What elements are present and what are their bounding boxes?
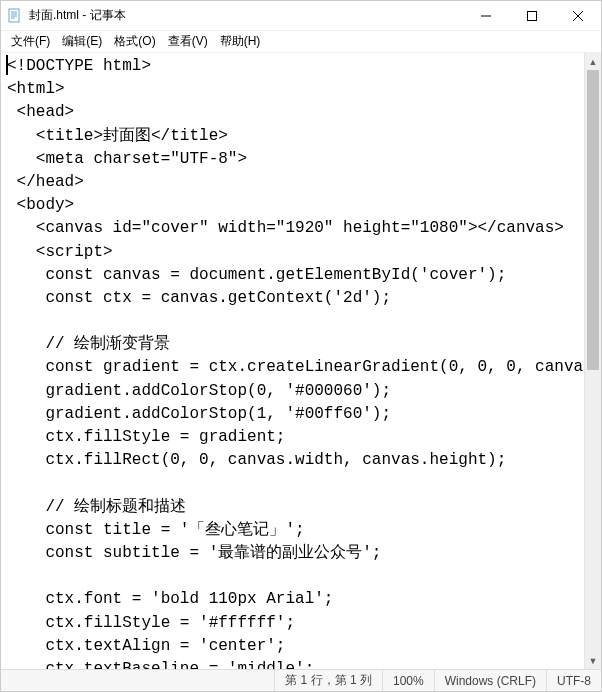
scroll-thumb[interactable] <box>587 70 599 370</box>
window-titlebar: 封面.html - 记事本 <box>1 1 601 31</box>
status-position: 第 1 行，第 1 列 <box>274 670 382 691</box>
minimize-button[interactable] <box>463 1 509 30</box>
status-zoom: 100% <box>382 670 434 691</box>
status-lineending: Windows (CRLF) <box>434 670 546 691</box>
window-controls <box>463 1 601 30</box>
window-title: 封面.html - 记事本 <box>29 7 463 24</box>
status-encoding: UTF-8 <box>546 670 601 691</box>
vertical-scrollbar[interactable]: ▲ ▼ <box>584 53 601 669</box>
scroll-up-button[interactable]: ▲ <box>585 53 601 70</box>
menu-file[interactable]: 文件(F) <box>5 31 56 52</box>
menu-format[interactable]: 格式(O) <box>108 31 161 52</box>
editor-area[interactable]: <!DOCTYPE html> <html> <head> <title>封面图… <box>1 53 601 669</box>
close-button[interactable] <box>555 1 601 30</box>
notepad-icon <box>7 8 23 24</box>
menu-edit[interactable]: 编辑(E) <box>56 31 108 52</box>
svg-rect-6 <box>528 11 537 20</box>
menu-view[interactable]: 查看(V) <box>162 31 214 52</box>
maximize-button[interactable] <box>509 1 555 30</box>
scroll-track[interactable] <box>585 70 601 652</box>
scroll-down-button[interactable]: ▼ <box>585 652 601 669</box>
menubar: 文件(F) 编辑(E) 格式(O) 查看(V) 帮助(H) <box>1 31 601 53</box>
editor-content[interactable]: <!DOCTYPE html> <html> <head> <title>封面图… <box>1 53 601 669</box>
menu-help[interactable]: 帮助(H) <box>214 31 267 52</box>
statusbar: 第 1 行，第 1 列 100% Windows (CRLF) UTF-8 <box>1 669 601 691</box>
